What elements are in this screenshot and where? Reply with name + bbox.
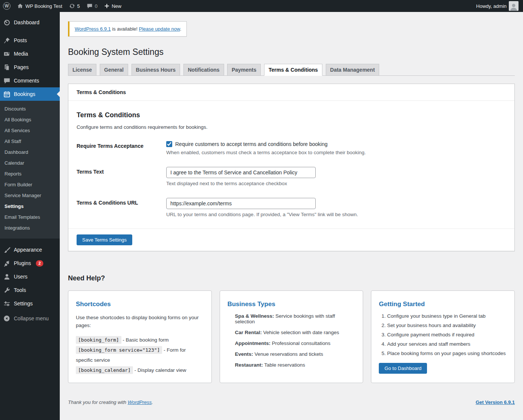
submenu-item-all-staff[interactable]: All Staff [0,136,60,147]
update-notice: WordPress 6.9.1 is available! Please upd… [68,21,187,37]
submenu-item-settings[interactable]: Settings [0,201,60,212]
sidebar-item-media[interactable]: Media [0,47,60,60]
sidebar-label-comments: Comments [14,78,39,84]
business-type-desc: Vehicle selection with date ranges [263,330,339,335]
save-terms-settings-button[interactable]: Save Terms Settings [77,234,132,245]
sidebar-item-appearance[interactable]: Appearance [0,243,60,256]
business-type-item: Events: Venue reservations and tickets [235,351,356,357]
save-row: Save Terms Settings [68,228,514,251]
tab-data-management[interactable]: Data Management [326,64,380,76]
wordpress-logo[interactable]: W [3,2,10,10]
tab-terms-conditions[interactable]: Terms & Conditions [264,64,322,76]
sidebar-item-bookings[interactable]: Bookings [0,87,60,101]
require-terms-checkbox-row: Require customers to accept terms and co… [166,141,506,147]
sidebar-item-collapse-menu[interactable]: Collapse menu [0,312,60,325]
tab-business-hours[interactable]: Business Hours [131,64,180,76]
submenu-item-discounts[interactable]: Discounts [0,103,60,114]
updates-count: 5 [77,3,80,9]
business-type-item: Spa & Wellness: Service bookings with st… [235,313,356,324]
settings-tab-bar: License General Business Hours Notificat… [68,64,515,76]
sidebar-item-comments[interactable]: Comments [0,74,60,87]
business-type-name: Appointments: [235,340,270,346]
submenu-item-service-manager[interactable]: Service Manager [0,190,60,201]
sidebar-label-pages: Pages [14,64,29,70]
notice-text: is available! [112,26,137,32]
getting-started-step: Configure your business type in General … [387,313,507,319]
footer-thanks: Thank you for creating with WordPress. [68,399,153,405]
admin-bar: W WP Booking Test 5 0 New Howdy, admin [0,0,523,12]
getting-started-step: Place booking forms on your pages using … [387,351,507,356]
update-now-link[interactable]: Please update now [139,26,180,32]
submenu-item-all-bookings[interactable]: All Bookings [0,114,60,125]
tab-license[interactable]: License [68,64,96,76]
sidebar-label-users: Users [14,274,28,280]
getting-started-step: Add your services and staff members [387,341,507,347]
business-types-card-title: Business Types [228,301,356,308]
sidebar-label-posts: Posts [14,37,27,43]
sidebar-item-plugins[interactable]: Plugins 2 [0,256,60,270]
business-type-desc: Table reservations [264,362,305,368]
sidebar-item-users[interactable]: Users [0,270,60,283]
submenu-item-dashboard[interactable]: Dashboard [0,147,60,158]
comments-count: 0 [95,3,98,9]
getting-started-steps: Configure your business type in General … [379,313,507,356]
business-type-name: Events: [235,351,253,357]
form-row-terms-url: Terms & Conditions URL URL to your terms… [77,198,506,217]
calendar-icon [3,90,10,98]
go-to-dashboard-button[interactable]: Go to Dashboard [379,363,427,374]
terms-text-label: Terms Text [77,167,166,186]
terms-text-help: Text displayed next to the terms accepta… [166,181,506,186]
site-name-link[interactable]: WP Booking Test [17,3,62,9]
wrench-icon [3,286,10,294]
section-title: Terms & Conditions [77,111,506,119]
sidebar-item-tools[interactable]: Tools [0,283,60,297]
getting-started-card-title: Getting Started [379,301,507,308]
shortcode-booking-form-service: [booking_form service="123"] [76,346,162,354]
sliders-icon [3,300,10,307]
business-type-desc: Venue reservations and tickets [254,351,323,357]
wordpress-footer-link[interactable]: WordPress [128,399,152,405]
get-version-link[interactable]: Get Version 6.9.1 [476,399,515,405]
wordpress-version-link[interactable]: WordPress 6.9.1 [75,26,111,32]
howdy-admin-menu[interactable]: Howdy, admin [476,1,519,11]
tab-notifications[interactable]: Notifications [183,64,224,76]
form-row-terms-text: Terms Text Text displayed next to the te… [77,167,506,186]
submenu-item-reports[interactable]: Reports [0,168,60,179]
bookings-submenu: Discounts All Bookings All Services All … [0,101,60,239]
new-content-link[interactable]: New [104,3,121,9]
sidebar-item-posts[interactable]: Posts [0,34,60,47]
submenu-item-email-templates[interactable]: Email Templates [0,212,60,223]
avatar [509,1,519,11]
submenu-item-calendar[interactable]: Calendar [0,158,60,168]
submenu-item-integrations[interactable]: Integrations [0,223,60,233]
notice-period: . [180,26,182,32]
require-terms-checkbox[interactable] [166,141,172,147]
submenu-item-form-builder[interactable]: Form Builder [0,179,60,190]
submenu-item-all-services[interactable]: All Services [0,125,60,136]
plugin-icon [3,259,10,267]
sidebar-label-bookings: Bookings [14,91,35,97]
require-terms-label: Require Terms Acceptance [77,141,166,155]
sidebar-item-pages[interactable]: Pages [0,60,60,74]
business-type-name: Spa & Wellness: [235,313,274,319]
main-content: WordPress 6.9.1 is available! Please upd… [60,12,523,420]
terms-url-input[interactable] [166,198,316,209]
footer-period: . [152,399,153,405]
tab-payments[interactable]: Payments [227,64,261,76]
terms-form: Require Terms Acceptance Require custome… [77,141,506,217]
sidebar-item-settings[interactable]: Settings [0,297,60,310]
wordpress-logo-icon: W [3,2,10,10]
terms-text-input[interactable] [166,167,316,178]
comments-link[interactable]: 0 [87,3,98,9]
shortcode-item: [booking_form service="123"] - Form for … [76,345,204,365]
sidebar-label-media: Media [14,51,28,57]
updates-link[interactable]: 5 [69,3,80,9]
comments-bubble-icon [3,77,10,84]
tab-general[interactable]: General [100,64,128,76]
plugins-update-badge: 2 [36,260,43,267]
sidebar-item-dashboard[interactable]: Dashboard [0,16,60,29]
getting-started-step: Configure payment methods if required [387,332,507,337]
getting-started-card: Getting Started Configure your business … [371,290,515,383]
need-help-title: Need Help? [68,274,515,282]
avatar-person-icon [510,3,518,11]
